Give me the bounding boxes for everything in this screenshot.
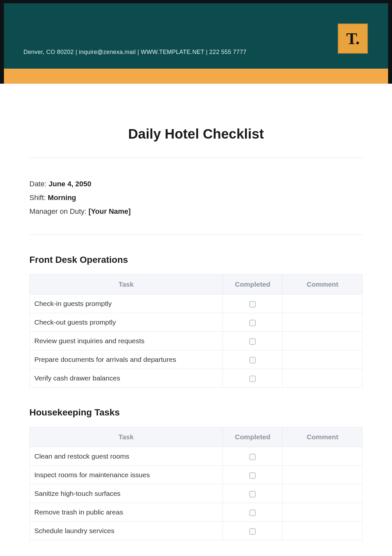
task-cell: Sanitize high-touch surfaces bbox=[30, 484, 223, 503]
checkbox-icon[interactable] bbox=[249, 320, 256, 326]
manager-label: Manager on Duty: bbox=[29, 207, 89, 215]
date-value: June 4, 2050 bbox=[49, 180, 91, 188]
header-banner: Denver, CO 80202 | inquire@zenexa.mail |… bbox=[4, 3, 388, 69]
table-row: Check-out guests promptly bbox=[30, 313, 363, 332]
contact-line: Denver, CO 80202 | inquire@zenexa.mail |… bbox=[24, 49, 247, 56]
shift-value: Morning bbox=[48, 194, 76, 202]
table-row: Sanitize high-touch surfaces bbox=[30, 484, 363, 503]
meta-date: Date: June 4, 2050 bbox=[29, 177, 363, 191]
comment-cell[interactable] bbox=[283, 466, 363, 484]
checkbox-icon[interactable] bbox=[249, 491, 256, 497]
comment-cell[interactable] bbox=[283, 503, 363, 522]
comment-cell[interactable] bbox=[283, 350, 363, 369]
task-cell: Prepare documents for arrivals and depar… bbox=[30, 350, 223, 369]
comment-cell[interactable] bbox=[283, 313, 363, 332]
task-cell: Review guest inquiries and requests bbox=[30, 332, 223, 350]
comment-cell[interactable] bbox=[283, 295, 363, 313]
completed-cell bbox=[223, 466, 283, 484]
comment-cell[interactable] bbox=[283, 447, 363, 466]
column-header-comment: Comment bbox=[283, 427, 363, 447]
divider bbox=[29, 234, 363, 235]
column-header-task: Task bbox=[30, 275, 223, 295]
section-title: Front Desk Operations bbox=[29, 255, 363, 265]
column-header-completed: Completed bbox=[223, 275, 283, 295]
comment-cell[interactable] bbox=[283, 369, 363, 388]
table-row: Check-in guests promptly bbox=[30, 295, 363, 313]
task-cell: Clean and restock guest rooms bbox=[30, 447, 223, 466]
task-cell: Remove trash in public areas bbox=[30, 503, 223, 522]
checkbox-icon[interactable] bbox=[249, 376, 256, 382]
completed-cell bbox=[223, 295, 283, 313]
checkbox-icon[interactable] bbox=[249, 510, 256, 516]
manager-value: [Your Name] bbox=[89, 207, 131, 215]
task-cell: Verify cash drawer balances bbox=[30, 369, 223, 388]
table-row: Verify cash drawer balances bbox=[30, 369, 363, 388]
table-row: Review guest inquiries and requests bbox=[30, 332, 363, 350]
meta-block: Date: June 4, 2050 Shift: Morning Manage… bbox=[29, 158, 363, 234]
document-body: Daily Hotel Checklist Date: June 4, 2050… bbox=[0, 84, 392, 556]
section-title: Housekeeping Tasks bbox=[29, 407, 363, 418]
comment-cell[interactable] bbox=[283, 484, 363, 503]
document-frame: Denver, CO 80202 | inquire@zenexa.mail |… bbox=[0, 0, 392, 84]
checkbox-icon[interactable] bbox=[249, 301, 256, 308]
table-row: Schedule laundry services bbox=[30, 522, 363, 540]
date-label: Date: bbox=[29, 180, 49, 188]
checkbox-icon[interactable] bbox=[249, 528, 256, 535]
brand-logo: T. bbox=[338, 24, 368, 54]
task-cell: Schedule laundry services bbox=[30, 522, 223, 540]
meta-shift: Shift: Morning bbox=[29, 191, 363, 205]
completed-cell bbox=[223, 484, 283, 503]
checklist-table: TaskCompletedCommentCheck-in guests prom… bbox=[29, 274, 363, 388]
logo-text: T. bbox=[346, 29, 359, 48]
task-cell: Check-out guests promptly bbox=[30, 313, 223, 332]
checkbox-icon[interactable] bbox=[249, 454, 256, 460]
checkbox-icon[interactable] bbox=[249, 338, 256, 345]
task-cell: Check-in guests promptly bbox=[30, 295, 223, 313]
checklist-table: TaskCompletedCommentClean and restock gu… bbox=[29, 427, 363, 540]
column-header-task: Task bbox=[30, 427, 223, 447]
completed-cell bbox=[223, 522, 283, 540]
table-row: Prepare documents for arrivals and depar… bbox=[30, 350, 363, 369]
comment-cell[interactable] bbox=[283, 332, 363, 350]
page-title: Daily Hotel Checklist bbox=[29, 126, 363, 142]
table-row: Clean and restock guest rooms bbox=[30, 447, 363, 466]
task-cell: Inspect rooms for maintenance issues bbox=[30, 466, 223, 484]
completed-cell bbox=[223, 332, 283, 350]
completed-cell bbox=[223, 350, 283, 369]
meta-manager: Manager on Duty: [Your Name] bbox=[29, 205, 363, 218]
completed-cell bbox=[223, 313, 283, 332]
table-row: Remove trash in public areas bbox=[30, 503, 363, 522]
checkbox-icon[interactable] bbox=[249, 357, 256, 363]
column-header-comment: Comment bbox=[283, 275, 363, 295]
comment-cell[interactable] bbox=[283, 522, 363, 540]
table-row: Inspect rooms for maintenance issues bbox=[30, 466, 363, 484]
column-header-completed: Completed bbox=[223, 427, 283, 447]
completed-cell bbox=[223, 369, 283, 388]
completed-cell bbox=[223, 503, 283, 522]
accent-bar bbox=[4, 69, 388, 84]
completed-cell bbox=[223, 447, 283, 466]
shift-label: Shift: bbox=[29, 194, 48, 202]
checkbox-icon[interactable] bbox=[249, 472, 256, 479]
